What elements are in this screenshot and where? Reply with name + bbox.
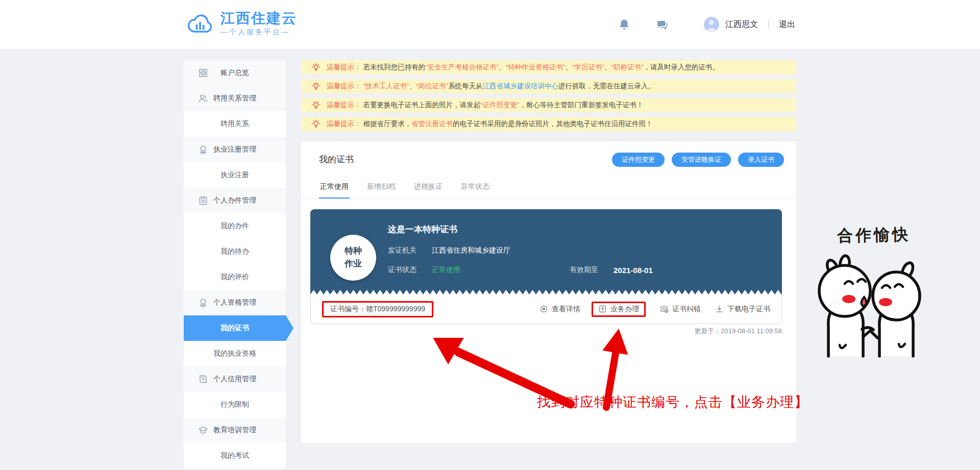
action-business-handle[interactable]: 业务办理 bbox=[592, 302, 646, 317]
brand-logo[interactable]: 江西住建云 —个人服务平台— bbox=[185, 10, 297, 37]
notice-text: 进行抓取，无需在住建云录入。 bbox=[558, 82, 655, 91]
action-label: 下载电子证书 bbox=[727, 305, 770, 314]
sidebar-item-my-todo[interactable]: 我的待办 bbox=[184, 239, 286, 264]
upload-icon bbox=[598, 305, 607, 313]
issuer-label: 发证机关 bbox=[388, 246, 416, 255]
notice-text: 、 bbox=[499, 63, 506, 72]
notice-label: 温馨提示： bbox=[327, 101, 361, 110]
sidebar-item-label: 我的待办 bbox=[220, 247, 249, 256]
cert-number: 证书编号：赣T099999999999 bbox=[322, 301, 433, 317]
notice-banner: 温馨提示：若未找到您已持有的 “安全生产考核合格证书” 、 “特种作业资格证书”… bbox=[301, 60, 796, 75]
sidebar-item-label: 个人资格管理 bbox=[213, 298, 256, 307]
sidebar-item-label: 我的证书 bbox=[220, 324, 249, 333]
grid-icon bbox=[198, 68, 208, 78]
sidebar-item-practice-reg-mgmt[interactable]: 执业注册管理 bbox=[184, 137, 286, 162]
medal-icon bbox=[198, 144, 208, 155]
action-label: 证书纠错 bbox=[672, 305, 701, 314]
chat-icon[interactable] bbox=[656, 18, 668, 31]
sidebar-item-label: 我的办件 bbox=[220, 221, 249, 231]
sidebar-item-employment-mgmt[interactable]: 聘用关系管理 bbox=[184, 86, 286, 111]
sidebar-item-my-evaluation[interactable]: 我的评价 bbox=[184, 264, 286, 290]
tab-normal-use[interactable]: 正常使用 bbox=[319, 175, 350, 199]
cert-title: 这是一本特种证书 bbox=[388, 224, 457, 235]
page-title: 我的证书 bbox=[319, 154, 354, 165]
certificate-card-header: 特种 作业 这是一本特种证书 发证机关 江西省住房和城乡建设厅 证书状态 正常使… bbox=[310, 209, 782, 294]
notice-text: “技术工人证书” bbox=[363, 82, 409, 91]
photo-change-button[interactable]: 证件照变更 bbox=[612, 153, 665, 167]
notice-text: “学历证书” bbox=[572, 63, 604, 72]
sidebar-item-label: 个人办件管理 bbox=[213, 196, 256, 205]
action-label: 查看详情 bbox=[552, 305, 580, 314]
sidebar-item-label: 教育培训管理 bbox=[213, 426, 256, 435]
sidebar-item-my-practice-qualifications[interactable]: 我的执业资格 bbox=[184, 341, 286, 366]
sidebar-item-label: 我的考试 bbox=[220, 451, 249, 460]
action-download-ecert[interactable]: 下载电子证书 bbox=[715, 305, 770, 314]
eye-icon bbox=[540, 305, 548, 313]
notice-label: 温馨提示： bbox=[327, 119, 361, 129]
status-label: 证书状态 bbox=[388, 265, 416, 275]
sidebar-item-personal-credit-mgmt[interactable]: 个人信用管理 bbox=[184, 366, 286, 392]
add-certificate-button[interactable]: 录入证书 bbox=[738, 153, 784, 167]
notice-text: ，耐心等待主管部门重新签发电子证书！ bbox=[520, 101, 644, 110]
action-cert-correction[interactable]: 证书纠错 bbox=[660, 305, 701, 314]
notice-banner: 温馨提示：若要更换电子证书上面的照片，请发起 “证件照变更” ，耐心等待主管部门… bbox=[301, 98, 796, 112]
sidebar-item-practice-reg[interactable]: 执业注册 bbox=[184, 162, 286, 188]
cloud-logo-icon bbox=[185, 10, 215, 37]
correction-icon bbox=[660, 305, 669, 313]
people-icon bbox=[198, 93, 208, 104]
notice-text: “职称证书” bbox=[611, 63, 644, 72]
notice-text: 若要更换电子证书上面的照片，请发起 bbox=[363, 101, 481, 110]
top-header: 江西住建云 —个人服务平台— 江西思文 bbox=[0, 0, 980, 49]
bell-icon[interactable] bbox=[618, 18, 630, 31]
sidebar-item-label: 执业注册 bbox=[220, 170, 249, 180]
sidebar-item-employment-relation[interactable]: 聘用关系 bbox=[184, 111, 286, 137]
sidebar-item-my-exams[interactable]: 我的考试 bbox=[184, 443, 286, 468]
ticket-sawtooth-edge bbox=[310, 290, 782, 294]
anguan-jingan-renewal-button[interactable]: 安管进赣换证 bbox=[672, 153, 731, 167]
status-badge: 正常使用 bbox=[432, 265, 460, 275]
notice-text: “证件照变更” bbox=[480, 101, 520, 110]
sidebar-item-education-training-mgmt[interactable]: 教育培训管理 bbox=[184, 417, 286, 443]
notice-banner: 温馨提示：根据省厅要求，省管注册证书的电子证书采用的是身份证照片，其他类电子证书… bbox=[301, 117, 796, 131]
app-title: 江西住建云 bbox=[220, 11, 297, 26]
sidebar-item-label: 聘用关系管理 bbox=[213, 94, 256, 103]
logout-button[interactable]: 退出 bbox=[779, 19, 795, 30]
sidebar-item-personal-case-mgmt[interactable]: 个人办件管理 bbox=[184, 188, 286, 213]
certificate-card: 特种 作业 这是一本特种证书 发证机关 江西省住房和城乡建设厅 证书状态 正常使… bbox=[310, 209, 782, 324]
credit-icon bbox=[198, 374, 208, 384]
sidebar-item-my-certificates[interactable]: 我的证书 bbox=[184, 315, 286, 341]
notice-banner: 温馨提示：“技术工人证书” 、 “岗位证书” 系统每天从江西省城乡建设培训中心进… bbox=[301, 79, 796, 93]
bulb-icon bbox=[311, 119, 321, 129]
notice-text: ，请及时录入您的证书。 bbox=[644, 63, 720, 72]
notice-text: 江西省城乡建设培训中心 bbox=[483, 82, 559, 91]
sidebar-item-my-cases[interactable]: 我的办件 bbox=[184, 213, 286, 239]
sidebar-item-label: 我的执业资格 bbox=[213, 349, 256, 358]
tab-abnormal-status[interactable]: 异常状态 bbox=[460, 175, 491, 199]
avatar bbox=[704, 17, 719, 32]
action-view-detail[interactable]: 查看详情 bbox=[540, 305, 580, 314]
user-menu[interactable]: 江西思文 bbox=[704, 17, 758, 32]
sidebar-item-label: 行为限制 bbox=[220, 400, 249, 409]
app-subtitle: —个人服务平台— bbox=[220, 28, 297, 37]
certificate-card-footer: 证书编号：赣T099999999999 查看详情业务办理证书纠错下载电子证书 bbox=[310, 294, 782, 324]
medal-icon bbox=[198, 298, 208, 308]
sidebar-item-label: 账户总览 bbox=[220, 68, 249, 78]
tab-new-archive[interactable]: 新增归档 bbox=[366, 175, 397, 199]
education-icon bbox=[198, 425, 208, 435]
tab-jingan-renewal[interactable]: 进赣换证 bbox=[413, 175, 444, 199]
action-label: 业务办理 bbox=[610, 305, 639, 314]
header-actions: 江西思文 退出 bbox=[618, 0, 795, 49]
certificates-panel: 我的证书 证件照变更安管进赣换证录入证书 正常使用新增归档进赣换证异常状态 特种… bbox=[301, 141, 796, 443]
download-icon bbox=[715, 305, 724, 313]
notice-text: 、 bbox=[604, 63, 611, 72]
sidebar-item-behavior-restriction[interactable]: 行为限制 bbox=[184, 392, 286, 417]
notice-text: 若未找到您已持有的 bbox=[363, 63, 426, 72]
notice-text: 的电子证书采用的是身份证照片，其他类电子证书任沿用证件照！ bbox=[453, 119, 653, 129]
sidebar-item-personal-qualification-mgmt[interactable]: 个人资格管理 bbox=[184, 290, 286, 315]
notice-text: 省管注册证书 bbox=[411, 119, 453, 129]
notice-text: 系统每天从 bbox=[448, 82, 483, 91]
bulb-icon bbox=[311, 101, 321, 110]
sidebar-item-account-overview[interactable]: 账户总览 bbox=[184, 60, 286, 86]
username: 江西思文 bbox=[725, 19, 758, 30]
cert-type-badge: 特种 作业 bbox=[330, 235, 376, 281]
